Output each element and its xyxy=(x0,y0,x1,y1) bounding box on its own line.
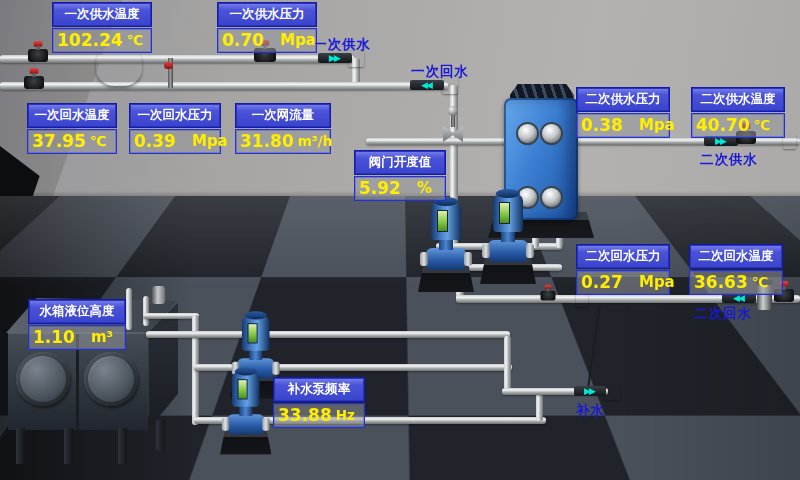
gauge-secondary-supply-temp: 二次供水温度 40.70℃ xyxy=(691,87,785,138)
gauge-value: 1.10 xyxy=(33,329,75,346)
flow-arrow-makeup: ▶▶ xyxy=(574,386,606,396)
gauge-unit: m³/h xyxy=(298,135,333,149)
pipe-label-secondary-return: 二次回水 xyxy=(694,305,752,323)
bypass-valve-handle[interactable] xyxy=(164,62,173,69)
gauge-unit: ℃ xyxy=(752,276,768,290)
gauge-title: 二次回水压力 xyxy=(576,244,670,269)
gauge-value: 40.70 xyxy=(696,117,750,134)
flow-arrow-primary-supply: ▶▶ xyxy=(318,53,352,63)
gauge-primary-return-temp: 一次回水温度 37.95℃ xyxy=(27,103,117,154)
tank-leg xyxy=(16,428,25,464)
circulation-pump-2[interactable] xyxy=(480,192,536,284)
control-valve[interactable] xyxy=(442,106,464,144)
tank-leg xyxy=(156,420,165,450)
tank-fitting xyxy=(152,286,165,304)
pipe-flange xyxy=(604,383,620,400)
gauge-title: 一次供水压力 xyxy=(217,2,317,27)
tank-manhole-cover-right xyxy=(84,352,138,406)
pipe-label-primary-supply: 一次供水 xyxy=(313,36,371,54)
gauge-unit: m³ xyxy=(91,330,113,345)
gauge-unit: Hz xyxy=(336,409,355,423)
gauge-title: 二次供水压力 xyxy=(576,87,670,112)
gauge-value: 33.88 xyxy=(278,407,332,424)
gauge-value: 0.38 xyxy=(581,117,623,134)
tank-top-pipe xyxy=(126,288,132,330)
gauge-title: 二次回水温度 xyxy=(689,244,783,269)
gauge-primary-supply-pressure: 一次供水压力 0.70Mpa xyxy=(217,2,317,53)
tank-leg xyxy=(118,428,127,464)
flow-arrow-primary-return: ◀◀ xyxy=(410,80,444,90)
pipe-label-primary-return: 一次回水 xyxy=(411,63,469,81)
pipe-makeup-elbow xyxy=(536,391,543,421)
pipe-makeup-riser xyxy=(504,336,511,394)
flow-left-icon: ◀◀ xyxy=(421,81,431,90)
control-valve-body xyxy=(443,126,463,142)
hx-port-top-left xyxy=(518,124,537,143)
gauge-makeup-pump-frequency: 补水泵频率 33.88Hz xyxy=(273,377,365,428)
gauge-value: 36.63 xyxy=(694,274,748,291)
gauge-title: 二次供水温度 xyxy=(691,87,785,112)
pump-status-window xyxy=(499,202,510,224)
gauge-title: 一次回水压力 xyxy=(129,103,221,128)
gauge-title: 一次网流量 xyxy=(235,103,331,128)
gauge-primary-supply-temp: 一次供水温度 102.24℃ xyxy=(52,2,152,53)
pipe-primary-return xyxy=(0,82,448,90)
gauge-value: 102.24 xyxy=(57,32,123,49)
gauge-unit: Mpa xyxy=(280,33,316,48)
tank-leg xyxy=(64,428,73,464)
hmi-heat-exchange-station-screen: ▶▶ ◀◀ ▶▶ ◀◀ ▶▶ xyxy=(0,0,800,480)
gauge-title: 水箱液位高度 xyxy=(28,299,126,324)
gauge-secondary-supply-pressure: 二次供水压力 0.38Mpa xyxy=(576,87,670,138)
pipe-label-makeup: 补水 xyxy=(576,402,605,420)
gauge-title: 一次回水温度 xyxy=(27,103,117,128)
gauge-value: 31.80 xyxy=(240,133,294,150)
hx-port-top-right xyxy=(542,124,561,143)
circulation-pump-1[interactable] xyxy=(418,200,474,292)
gauge-unit: Mpa xyxy=(639,275,675,290)
valve-return-drain[interactable] xyxy=(541,291,556,301)
gauge-unit: % xyxy=(417,181,432,196)
gauge-value: 0.27 xyxy=(581,274,623,291)
gauge-value: 0.39 xyxy=(134,133,176,150)
pipe-secondary-supply xyxy=(566,138,800,145)
pump-status-window xyxy=(247,323,257,343)
pump-casing xyxy=(426,248,466,270)
hx-port-bottom-right xyxy=(542,188,561,207)
gauge-unit: ℃ xyxy=(754,119,770,133)
gauge-primary-flow: 一次网流量 31.80m³/h xyxy=(235,103,331,154)
pump-casing xyxy=(488,240,528,262)
gauge-title: 一次供水温度 xyxy=(52,2,152,27)
flow-right-icon: ▶▶ xyxy=(329,54,339,63)
gauge-valve-opening: 阀门开度值 5.92% xyxy=(354,150,446,201)
pump-status-window xyxy=(237,379,247,399)
pump-casing xyxy=(227,414,264,434)
pipe-primary-supply xyxy=(0,55,354,63)
gauge-primary-return-pressure: 一次回水压力 0.39Mpa xyxy=(129,103,221,154)
makeup-pump-2[interactable] xyxy=(220,370,272,455)
control-valve-stem xyxy=(451,115,455,127)
valve-primary-supply-left[interactable] xyxy=(28,49,48,62)
gauge-unit: ℃ xyxy=(90,135,106,149)
valve-primary-return-left[interactable] xyxy=(24,76,44,89)
gauge-value: 37.95 xyxy=(32,133,86,150)
pipe-tank-outlet xyxy=(143,313,199,319)
gauge-tank-level: 水箱液位高度 1.10m³ xyxy=(28,299,126,350)
gauge-unit: ℃ xyxy=(127,34,143,48)
flow-right-icon: ▶▶ xyxy=(584,387,594,396)
gauge-value: 0.70 xyxy=(222,32,264,49)
gauge-unit: Mpa xyxy=(639,118,675,133)
gauge-secondary-return-pressure: 二次回水压力 0.27Mpa xyxy=(576,244,670,295)
pipe-suction-upper xyxy=(146,331,510,338)
pump-status-window xyxy=(437,210,448,232)
pipe-label-secondary-supply: 二次供水 xyxy=(700,151,758,169)
tank-manhole-cover-left xyxy=(16,352,70,406)
gauge-secondary-return-temp: 二次回水温度 36.63℃ xyxy=(689,244,783,295)
gauge-title: 补水泵频率 xyxy=(273,377,365,402)
gauge-unit: Mpa xyxy=(192,134,228,149)
tank-top-pipe xyxy=(143,296,149,326)
gauge-value: 5.92 xyxy=(359,180,401,197)
gauge-title: 阀门开度值 xyxy=(354,150,446,175)
